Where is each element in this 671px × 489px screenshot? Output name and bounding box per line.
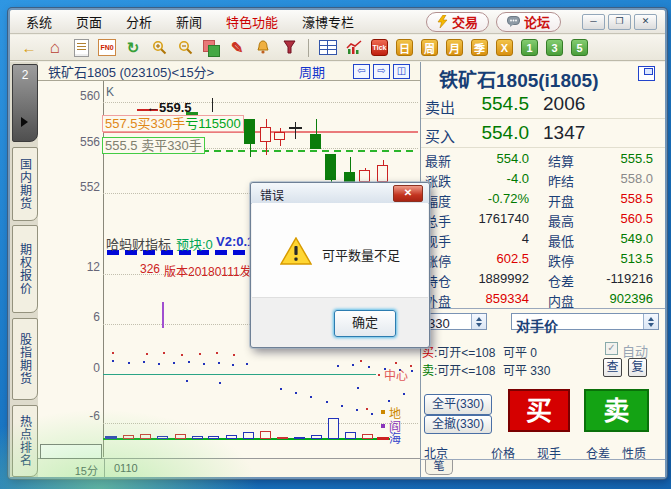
next-page-icon[interactable]: ⇨	[373, 64, 390, 79]
zoom-out-icon[interactable]	[176, 39, 194, 57]
menu-item-special-features[interactable]: 特色功能	[226, 12, 278, 31]
scatter-dot	[143, 361, 145, 363]
pencil-icon[interactable]: ✎	[228, 39, 246, 57]
reset-button[interactable]: 复	[628, 358, 647, 377]
gridline	[103, 423, 418, 424]
fn-data-icon[interactable]: FN0	[98, 39, 116, 57]
period-5min-badge[interactable]: 5	[571, 39, 588, 56]
volume-bar	[243, 432, 254, 439]
volume-bar	[157, 436, 168, 439]
indicator-name-box	[40, 444, 102, 459]
period-button[interactable]: 周期	[299, 62, 325, 81]
refresh-icon[interactable]: ↻	[124, 39, 142, 57]
scatter-dot	[163, 352, 165, 354]
maximize-button[interactable]: ❐	[608, 14, 631, 30]
period-3min-badge[interactable]: 3	[546, 39, 563, 56]
quantity-stepper[interactable]	[471, 314, 486, 329]
quote-value: 555.5	[579, 151, 653, 166]
indicator-dash	[215, 250, 227, 255]
table-icon[interactable]	[319, 39, 337, 57]
split-window-icon[interactable]: ◫	[393, 64, 410, 79]
quote-value: 554.0	[457, 151, 529, 166]
page-number-tab[interactable]: 2	[12, 64, 38, 142]
home-icon[interactable]: ⌂	[46, 39, 64, 57]
tick-tab[interactable]: 笔	[425, 460, 453, 475]
scatter-dot	[146, 353, 148, 355]
speech-bubble-icon	[507, 16, 520, 27]
scatter-dot	[295, 392, 297, 394]
volume-bar	[192, 436, 203, 439]
ask-price[interactable]: 554.5	[456, 93, 529, 115]
document-icon[interactable]	[72, 39, 90, 57]
bid-row: 买入 554.0 1347	[421, 119, 665, 148]
play-arrow-icon[interactable]	[21, 117, 28, 127]
query-button[interactable]: 查	[603, 358, 622, 377]
close-all-button[interactable]: 全平(330)	[424, 394, 492, 415]
sidebar-tab-hot-ranking[interactable]: 热点排名	[12, 405, 38, 477]
price-type-select[interactable]: 对手价	[511, 313, 659, 330]
menu-item-news[interactable]: 新闻	[176, 12, 202, 31]
ok-button[interactable]: 确定	[334, 310, 396, 337]
quantity-input[interactable]: 330	[424, 313, 487, 330]
vertical-line	[212, 98, 213, 112]
sidebar-tab-domestic-futures[interactable]: 国内期货	[12, 147, 38, 221]
axis-label: 6	[60, 310, 100, 324]
period-1min-badge[interactable]: 1	[521, 39, 538, 56]
volume-bar	[175, 434, 186, 439]
dashed-line	[370, 150, 377, 152]
volume-bar	[123, 435, 134, 439]
chart-header: 铁矿石1805 (023105)<15分> 周期 ⇦ ⇨ ◫	[38, 62, 420, 81]
restore-window-icon[interactable]	[638, 66, 655, 81]
trade-button[interactable]: 交易	[426, 12, 489, 32]
prev-page-icon[interactable]: ⇦	[353, 64, 370, 79]
period-week-badge[interactable]: 周	[421, 39, 438, 56]
forum-button[interactable]: 论坛	[496, 12, 561, 32]
cancel-all-button[interactable]: 全撤(330)	[424, 415, 492, 434]
buy-button[interactable]: 买	[508, 389, 570, 432]
close-button[interactable]: ✕	[634, 14, 657, 30]
auto-checkbox[interactable]: ✓	[605, 342, 618, 355]
scatter-dot	[410, 365, 412, 367]
price-type-stepper[interactable]	[643, 314, 658, 329]
period-day-badge[interactable]: 日	[396, 39, 413, 56]
volume-bar	[277, 437, 288, 439]
scatter-dot	[337, 365, 339, 367]
tick-mark	[105, 436, 117, 439]
bell-icon[interactable]	[254, 39, 272, 57]
candle-body	[310, 134, 321, 149]
dialog-close-icon[interactable]: ✕	[393, 185, 423, 202]
period-season-badge[interactable]: 季	[471, 39, 488, 56]
bid-price[interactable]: 554.0	[456, 122, 529, 144]
price-line	[103, 374, 376, 375]
menu-item-system[interactable]: 系统	[26, 12, 52, 31]
volume-bar	[345, 432, 356, 439]
sidebar-tab-options-quotes[interactable]: 期权报价	[12, 225, 38, 313]
color-blocks-icon[interactable]	[202, 39, 220, 57]
funnel-icon[interactable]	[280, 39, 298, 57]
dashed-line	[286, 150, 293, 152]
sidebar-tab-index-futures[interactable]: 股指期货	[12, 318, 38, 400]
dialog-title-bar[interactable]: 错误 ✕	[251, 183, 429, 204]
volume-bar	[208, 436, 219, 439]
sell-button[interactable]: 卖	[584, 389, 649, 432]
menu-item-analysis[interactable]: 分析	[126, 12, 152, 31]
axis-label: 0	[60, 361, 100, 375]
period-month-badge[interactable]: 月	[446, 39, 463, 56]
scatter-dot	[368, 366, 370, 368]
scatter-dot	[233, 354, 235, 356]
position-text: 买330手	[138, 116, 186, 131]
chart-icon[interactable]	[345, 39, 363, 57]
period-x-badge[interactable]: X	[496, 39, 513, 56]
menu-item-page[interactable]: 页面	[76, 12, 102, 31]
period-tick-badge[interactable]: Tick	[371, 39, 388, 56]
zoom-in-icon[interactable]	[150, 39, 168, 57]
quote-value: 513.5	[579, 251, 653, 266]
scatter-dot	[357, 387, 359, 389]
menu-item-haobo-column[interactable]: 濠博专栏	[302, 12, 354, 31]
minimize-button[interactable]: ─	[582, 14, 605, 30]
buy-close-text: 可平 0	[503, 343, 537, 360]
error-dialog: 错误 ✕ 可平数量不足 确定	[250, 182, 430, 348]
dashed-line	[346, 150, 353, 152]
back-icon[interactable]: ←	[20, 39, 38, 57]
buy-open-text: :可开<=108	[434, 346, 495, 360]
